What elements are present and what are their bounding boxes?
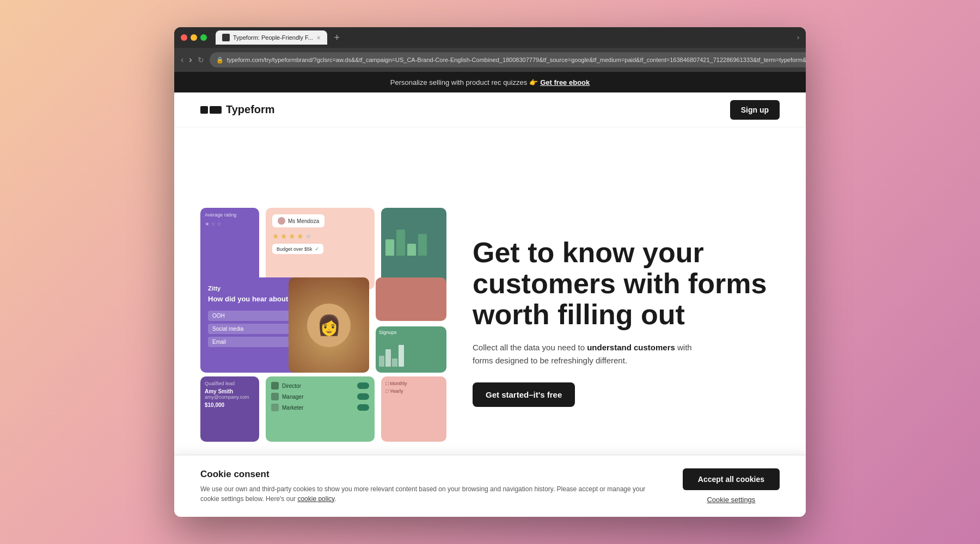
cookie-banner: Cookie consent We use our own and third-… [174, 455, 806, 517]
photo-placeholder: 👩 [289, 277, 369, 373]
list-icon-2 [271, 393, 279, 400]
rating-label: Average rating [205, 212, 255, 218]
hero-text: Get to know your customers with forms wo… [473, 237, 780, 407]
mini-stars: ★ ☆ ☆ [205, 221, 255, 227]
plan-labels: □ Monthly □ Yearly [385, 381, 442, 394]
list-row-2: Manager [271, 393, 369, 400]
mini-chart [385, 223, 442, 256]
lead-content: Qualified lead Amy Smith amy@company.com… [200, 376, 259, 412]
small-bar-1 [379, 356, 384, 367]
star-2-icon: ☆ [211, 221, 216, 227]
tile-green-mid: Signups [376, 326, 446, 373]
star-filled-1: ★ [272, 232, 279, 240]
chart-bar-4 [418, 234, 427, 256]
url-text: typeform.com/try/typeformbrand/?gclsrc=a… [227, 57, 806, 63]
hero-subtitle: Collect all the data you need to underst… [473, 341, 712, 367]
maximize-button[interactable] [200, 34, 207, 41]
small-chart [379, 339, 443, 367]
site-header: Typeform Sign up [174, 92, 806, 127]
traffic-lights [181, 34, 207, 41]
close-button[interactable] [181, 34, 187, 41]
logo[interactable]: Typeform [200, 103, 275, 116]
tabs-area: Typeform: People-Friendly F... ✕ + [216, 30, 793, 45]
cookie-policy-link[interactable]: cookie policy [297, 495, 334, 503]
title-bar: Typeform: People-Friendly F... ✕ + › [174, 27, 806, 48]
toggle-3 [357, 404, 369, 411]
announcement-emoji: 👉 [529, 78, 538, 86]
small-bar-4 [399, 345, 404, 367]
star-1-icon: ★ [205, 221, 210, 227]
cookie-title: Cookie consent [200, 469, 661, 480]
cookie-desc-text: We use our own and third-party cookies t… [200, 485, 645, 503]
lead-email: amy@company.com [205, 394, 255, 400]
person-name: Ms Mendoza [288, 218, 319, 224]
signup-button[interactable]: Sign up [730, 100, 780, 120]
chart-bar-2 [396, 230, 405, 256]
star-filled-2: ★ [280, 232, 287, 240]
star-empty-1: ★ [305, 232, 312, 240]
tile-photo-mid: 👩 [289, 277, 369, 373]
tab-close-icon[interactable]: ✕ [316, 35, 321, 41]
lead-amount: $10,000 [205, 402, 255, 408]
budget-text: Budget over $5k [277, 246, 313, 252]
tab-title: Typeform: People-Friendly F... [233, 34, 313, 41]
cookie-actions: Accept all cookies Cookie settings [683, 468, 780, 504]
tab-favicon [222, 34, 230, 41]
list-label-manager: Manager [282, 394, 354, 400]
list-icon-3 [271, 404, 279, 411]
toggle-2 [357, 393, 369, 400]
tile-pink-bot: □ Monthly □ Yearly [381, 376, 446, 442]
forward-button[interactable]: › [189, 55, 192, 65]
signups-label: Signups [379, 330, 443, 335]
logo-rect [210, 106, 222, 114]
refresh-button[interactable]: ↻ [198, 55, 204, 64]
announcement-cta[interactable]: Get free ebook [540, 78, 590, 86]
budget-badge: Budget over $5k ✓ [272, 244, 323, 254]
pink-bot-content: □ Monthly □ Yearly [381, 376, 446, 442]
minimize-button[interactable] [191, 34, 197, 41]
cookie-settings-link[interactable]: Cookie settings [707, 496, 755, 504]
cookie-text-area: Cookie consent We use our own and third-… [200, 469, 661, 504]
star-filled-4: ★ [297, 232, 304, 240]
new-tab-button[interactable]: + [329, 30, 345, 45]
hero-title: Get to know your customers with forms wo… [473, 237, 780, 331]
list-label-marketer: Marketer [282, 405, 354, 411]
toggle-1 [357, 382, 369, 389]
back-button[interactable]: ‹ [181, 55, 183, 65]
person-photo: 👩 [307, 304, 351, 347]
check-icon: ✓ [315, 246, 319, 252]
cta-button[interactable]: Get started–it's free [473, 382, 575, 407]
subtitle-bold: understand customers [587, 343, 675, 352]
tile-purple-bot: Qualified lead Amy Smith amy@company.com… [200, 376, 259, 442]
logo-square [200, 106, 208, 114]
subtitle-plain: Collect all the data you need to [473, 343, 587, 352]
plan-monthly: □ Monthly [385, 381, 442, 386]
logo-text: Typeform [226, 103, 275, 116]
star-3-icon: ☆ [217, 221, 222, 227]
person-icon [278, 217, 285, 225]
lock-icon: 🔒 [216, 57, 224, 64]
address-bar: ‹ › ↻ 🔒 typeform.com/try/typeformbrand/?… [174, 48, 806, 72]
tab-scroll-right-icon[interactable]: › [797, 34, 799, 41]
accept-cookies-button[interactable]: Accept all cookies [683, 468, 780, 490]
website-content: Typeform Sign up Average rating ★ ☆ ☆ [174, 92, 806, 517]
form-collage: Average rating ★ ☆ ☆ Ms Mendoza [200, 208, 451, 436]
active-tab[interactable]: Typeform: People-Friendly F... ✕ [216, 30, 327, 45]
signups-mini: Signups [376, 326, 446, 370]
tile-green-bot: Director Manager Marketer [266, 376, 375, 442]
announcement-bar: Personalize selling with product rec qui… [174, 72, 806, 92]
chart-bar-3 [407, 244, 416, 256]
rating-tile-content: Average rating ★ ☆ ☆ [200, 208, 259, 231]
list-row-1: Director [271, 382, 369, 390]
announcement-text: Personalize selling with product rec qui… [390, 78, 527, 86]
star-filled-3: ★ [289, 232, 296, 240]
list-row-3: Marketer [271, 404, 369, 411]
logo-icon [200, 106, 222, 114]
lead-label: Qualified lead [205, 381, 255, 386]
plan-yearly: □ Yearly [385, 388, 442, 394]
tile-salmon-mid [376, 277, 446, 321]
list-label-director: Director [282, 383, 354, 389]
url-bar[interactable]: 🔒 typeform.com/try/typeformbrand/?gclsrc… [210, 52, 806, 67]
browser-window: Typeform: People-Friendly F... ✕ + › ‹ ›… [174, 27, 806, 517]
small-bar-3 [392, 358, 397, 367]
